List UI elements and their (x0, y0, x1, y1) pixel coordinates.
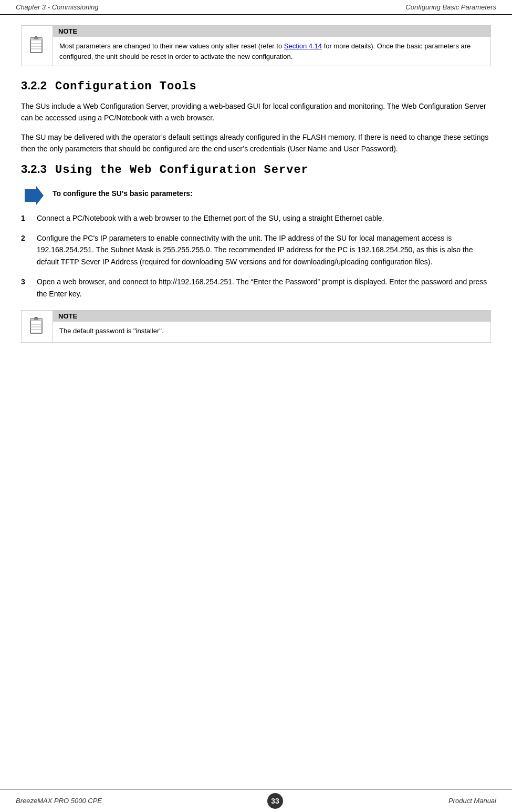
footer-page-number: 33 (267, 793, 283, 809)
section-323-heading: 3.2.3 Using the Web Configuration Server (21, 162, 491, 177)
step-3: 3 Open a web browser, and connect to htt… (21, 276, 491, 300)
step-1-number: 1 (21, 212, 37, 224)
step-1: 1 Connect a PC/Notebook with a web brows… (21, 212, 491, 224)
blue-arrow-icon (25, 186, 44, 205)
note-content-1: NOTE Most parameters are changed to thei… (53, 26, 490, 66)
page-content: NOTE Most parameters are changed to thei… (0, 15, 512, 397)
section-323-number: 3.2.3 (21, 162, 47, 176)
footer-manual-label: Product Manual (448, 797, 496, 805)
note-box-2: NOTE The default password is "installer"… (21, 310, 491, 343)
note-header-1: NOTE (53, 26, 490, 37)
svg-rect-6 (35, 36, 37, 37)
step-2-content: Configure the PC's IP parameters to enab… (37, 232, 491, 268)
section-322-para2: The SU may be delivered with the operato… (21, 131, 491, 155)
svg-rect-14 (35, 317, 37, 318)
section-322-title: Configuration Tools (55, 80, 197, 93)
step-2: 2 Configure the PC's IP parameters to en… (21, 232, 491, 268)
section-323-title: Using the Web Configuration Server (55, 163, 309, 177)
note-icon-2 (22, 311, 53, 342)
note-box-1: NOTE Most parameters are changed to thei… (21, 25, 491, 66)
note-header-2: NOTE (53, 311, 490, 322)
header-right: Configuring Basic Parameters (405, 3, 496, 11)
page-header: Chapter 3 - Commissioning Configuring Ba… (0, 0, 512, 15)
note-body-1: Most parameters are changed to their new… (53, 37, 490, 66)
step-3-content: Open a web browser, and connect to http:… (37, 276, 491, 300)
section-322-heading: 3.2.2 Configuration Tools (21, 79, 491, 93)
section-link[interactable]: Section 4.14 (284, 42, 322, 50)
step-2-number: 2 (21, 232, 37, 244)
callout-text: To configure the SU's basic parameters: (53, 186, 193, 198)
note-content-2: NOTE The default password is "installer"… (53, 311, 490, 342)
page-footer: BreezeMAX PRO 5000 CPE 33 Product Manual (0, 789, 512, 812)
section-322-number: 3.2.2 (21, 79, 47, 92)
note-icon-1 (22, 26, 53, 66)
section-322-para1: The SUs include a Web Configuration Serv… (21, 100, 491, 124)
arrow-icon (21, 186, 47, 205)
header-left: Chapter 3 - Commissioning (16, 3, 99, 11)
arrow-callout: To configure the SU's basic parameters: (21, 186, 491, 205)
steps-list: 1 Connect a PC/Notebook with a web brows… (21, 212, 491, 300)
notepad-icon-2 (28, 317, 47, 336)
svg-marker-7 (25, 186, 44, 205)
notepad-icon (28, 36, 47, 55)
step-3-number: 3 (21, 276, 37, 287)
footer-product-name: BreezeMAX PRO 5000 CPE (16, 797, 102, 805)
step-1-content: Connect a PC/Notebook with a web browser… (37, 212, 491, 224)
note-body-2: The default password is "installer". (53, 322, 490, 341)
